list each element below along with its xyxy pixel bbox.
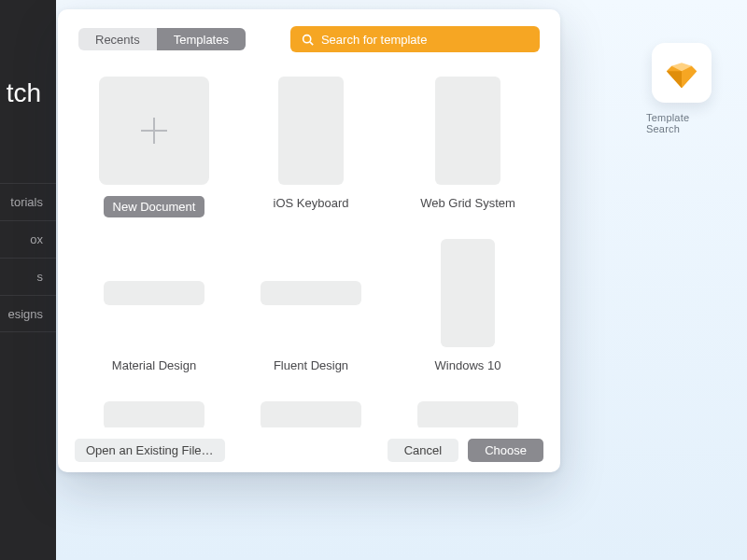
app-brand-fragment: tch xyxy=(0,56,56,183)
template-thumb xyxy=(417,401,518,427)
template-partial[interactable] xyxy=(237,401,385,427)
svg-marker-6 xyxy=(667,71,682,88)
template-windows-10[interactable]: Windows 10 xyxy=(394,239,542,386)
template-fluent-design[interactable]: Fluent Design xyxy=(237,239,385,386)
template-label: Material Design xyxy=(112,358,196,372)
template-label: New Document xyxy=(104,196,205,217)
choose-button[interactable]: Choose xyxy=(468,439,543,462)
app-icon-caption: Template Search xyxy=(646,112,717,134)
app-icon-tile[interactable] xyxy=(652,43,712,103)
open-existing-button[interactable]: Open an Existing File… xyxy=(75,439,225,462)
tab-recents[interactable]: Recents xyxy=(78,28,157,50)
search-icon xyxy=(302,34,314,46)
template-web-grid[interactable]: Web Grid System xyxy=(394,77,542,224)
template-picker-modal: Recents Templates New Document xyxy=(58,9,560,472)
template-thumb xyxy=(278,77,344,185)
plus-icon xyxy=(138,115,170,147)
template-label: Web Grid System xyxy=(420,196,515,210)
modal-header: Recents Templates xyxy=(58,9,560,52)
tab-templates[interactable]: Templates xyxy=(157,28,246,50)
svg-marker-7 xyxy=(682,71,697,88)
template-thumb xyxy=(104,401,204,427)
cancel-button[interactable]: Cancel xyxy=(388,439,458,462)
tab-segmented-control: Recents Templates xyxy=(78,28,246,50)
new-document-thumb xyxy=(99,77,209,185)
template-ios-keyboard[interactable]: iOS Keyboard xyxy=(237,77,385,224)
app-sidebar: tch torials ox s esigns xyxy=(0,0,56,560)
template-thumb xyxy=(261,281,361,305)
sidebar-item-designs[interactable]: esigns xyxy=(0,295,56,332)
template-grid: New Document iOS Keyboard Web Grid Syste… xyxy=(80,77,555,427)
template-thumb xyxy=(261,401,361,427)
search-field[interactable] xyxy=(290,26,540,52)
template-label: Windows 10 xyxy=(435,358,501,372)
sidebar-item-plugins[interactable]: s xyxy=(0,258,56,295)
search-input[interactable] xyxy=(321,33,529,47)
template-thumb xyxy=(441,239,495,347)
modal-footer: Open an Existing File… Cancel Choose xyxy=(58,427,560,472)
template-label: Fluent Design xyxy=(274,358,348,372)
template-material-design[interactable]: Material Design xyxy=(80,239,228,386)
svg-point-0 xyxy=(303,35,311,42)
svg-line-1 xyxy=(310,41,313,44)
template-label: iOS Keyboard xyxy=(274,196,349,210)
sidebar-item-inbox[interactable]: ox xyxy=(0,220,56,258)
template-new-document[interactable]: New Document xyxy=(80,77,228,224)
template-partial[interactable] xyxy=(394,401,542,427)
template-thumb xyxy=(435,77,500,185)
app-icon-badge: Template Search xyxy=(646,43,717,134)
template-partial[interactable] xyxy=(80,401,228,427)
diamond-icon xyxy=(665,56,698,90)
template-grid-viewport[interactable]: New Document iOS Keyboard Web Grid Syste… xyxy=(58,52,560,427)
sidebar-item-tutorials[interactable]: torials xyxy=(0,183,56,220)
template-thumb xyxy=(104,281,204,305)
